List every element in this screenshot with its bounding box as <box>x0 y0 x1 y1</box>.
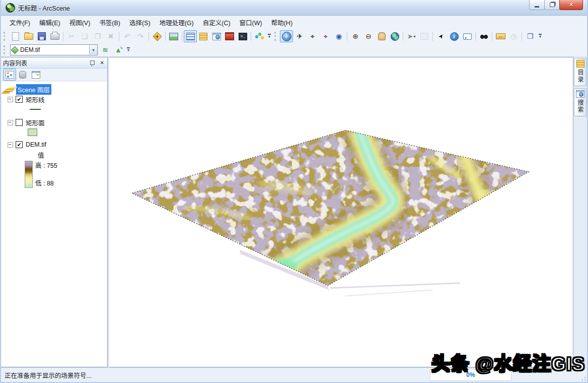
layer-combobox[interactable]: DEM.tif▾ <box>10 44 98 55</box>
scene-layers-icon <box>5 89 15 92</box>
create-steepest-path-button[interactable]: ▲ <box>112 44 125 56</box>
save-icon <box>38 32 46 40</box>
menu-item-3[interactable]: 书签(B) <box>95 16 125 29</box>
menu-item-2[interactable]: 视图(V) <box>65 16 95 29</box>
pan-icon <box>378 32 386 40</box>
list-by-drawing-order-button[interactable] <box>3 69 16 81</box>
toolbar-separator <box>182 32 182 41</box>
pan-button[interactable] <box>375 30 388 42</box>
search-window-button[interactable] <box>210 30 223 42</box>
menu-item-6[interactable]: 自定义(C) <box>198 16 235 29</box>
select-graphics-button[interactable]: ➤▾ <box>405 30 418 42</box>
select-graphics-dropdown[interactable]: ▾ <box>413 34 415 39</box>
full-extent-button[interactable] <box>388 30 401 42</box>
3d-scene-viewport[interactable] <box>109 57 573 367</box>
toolbar-grip[interactable] <box>4 45 8 54</box>
catalog-window-button[interactable] <box>197 30 210 42</box>
toolbar-separator <box>522 32 522 41</box>
new-document-button[interactable] <box>9 30 22 42</box>
collapse-icon[interactable] <box>8 142 13 148</box>
print-icon <box>50 33 59 40</box>
menu-item-4[interactable]: 选择(S) <box>125 16 155 29</box>
copy-button: ❏ <box>78 30 91 42</box>
layer-combobox-dropdown-button[interactable]: ▾ <box>89 45 97 54</box>
arctoolbox-button[interactable] <box>223 30 236 42</box>
menu-item-1[interactable]: 编辑(E) <box>35 16 65 29</box>
save-button[interactable] <box>35 30 48 42</box>
toolbar-separator <box>149 32 149 41</box>
menu-item-8[interactable]: 帮助(H) <box>267 16 297 29</box>
zoom-to-target-button[interactable]: ⌖ <box>319 30 332 42</box>
set-observer-button[interactable]: ◉ <box>332 30 345 42</box>
open-folder-icon <box>24 33 33 40</box>
pin-icon[interactable] <box>90 60 95 65</box>
zoom-to-target-icon: ⌖ <box>324 33 328 40</box>
add-data-button[interactable] <box>151 30 164 42</box>
viewer-manager-cube-button[interactable]: ❒ <box>524 30 537 42</box>
collapse-icon[interactable] <box>8 97 13 102</box>
viewer-manager-cube-icon: ❒ <box>527 33 534 40</box>
identify-button[interactable]: i <box>448 30 461 42</box>
zoom-out-button[interactable]: ⊖ <box>362 30 375 42</box>
title-bar: 无标题 - ArcScene ✕ <box>1 0 587 16</box>
set-observer-target-button[interactable]: ⌖ <box>306 30 319 42</box>
toc-title: 内容列表 <box>3 58 27 67</box>
toc-close-icon[interactable]: ✕ <box>99 60 105 66</box>
time-slider-icon: ◷ <box>510 33 517 40</box>
arcscene-app-icon <box>6 3 15 13</box>
line-symbol[interactable] <box>30 109 41 110</box>
toolbar-grip[interactable] <box>274 32 278 41</box>
python-window-button[interactable]: >_ <box>236 30 249 42</box>
menu-item-0[interactable]: 文件(F) <box>5 16 35 29</box>
fill-symbol[interactable] <box>28 129 37 136</box>
minimize-button[interactable] <box>529 0 545 10</box>
navigate-button[interactable]: ✛ <box>280 30 293 42</box>
list-by-visibility-button[interactable] <box>29 69 42 81</box>
redo-icon: ↷ <box>137 33 143 40</box>
rect-line-checkbox[interactable]: ✔ <box>16 96 23 103</box>
fly-button[interactable]: ✈ <box>293 30 306 42</box>
print-button[interactable] <box>48 30 61 42</box>
layer-node-dem[interactable]: ✔ DEM.tif <box>2 140 107 150</box>
scene-layers-node[interactable]: Scene 图层 <box>2 84 107 94</box>
toolbar-overflow-button[interactable]: ▾ <box>539 34 542 39</box>
select-elements-button[interactable]: ➤ <box>434 30 448 42</box>
open-folder-button[interactable] <box>22 30 35 42</box>
toolbar-overflow-button[interactable]: ▾ <box>268 34 271 39</box>
viewer-window-button[interactable] <box>167 30 180 42</box>
menu-item-7[interactable]: 窗口(W) <box>235 16 267 29</box>
toolbar-grip[interactable] <box>4 32 8 41</box>
3d-analyst-toolbar: DEM.tif▾≋▲▾ <box>1 43 587 57</box>
dem-checkbox[interactable]: ✔ <box>16 141 23 148</box>
restore-button[interactable] <box>544 0 560 10</box>
cut-icon: ✂ <box>68 33 75 40</box>
measure-icon: ↔ <box>496 33 505 39</box>
toolbar-overflow-button[interactable]: ▾ <box>127 47 130 52</box>
measure-button[interactable]: ↔ <box>494 30 507 42</box>
collapse-icon[interactable] <box>8 120 13 125</box>
list-by-source-button[interactable] <box>16 69 29 81</box>
html-popup-button[interactable] <box>461 30 474 42</box>
clear-selected-graphics-icon <box>420 33 428 40</box>
layer-node-rect-line[interactable]: ✔ 矩形线 <box>2 94 107 104</box>
dem-value-field: 值 <box>38 150 44 160</box>
catalog-tab[interactable]: 目录 <box>574 58 586 86</box>
layer-node-rect-poly[interactable]: 矩形面 <box>2 117 107 127</box>
modelbuilder-button[interactable] <box>253 30 266 42</box>
html-popup-icon <box>463 33 472 40</box>
table-of-contents-window-button[interactable] <box>184 30 197 42</box>
menu-item-5[interactable]: 地理处理(G) <box>155 16 198 29</box>
find-button[interactable] <box>477 30 490 42</box>
close-button[interactable]: ✕ <box>559 0 583 10</box>
status-message: 正在准备用于显示的场景符号... <box>1 370 430 380</box>
python-window-icon: >_ <box>239 33 247 40</box>
zoom-in-button[interactable]: ⊕ <box>349 30 362 42</box>
search-tab[interactable]: 搜索 <box>574 88 586 116</box>
table-of-contents-panel: 内容列表 ✕ Scene 图层 ✔ 矩形线 <box>1 57 108 367</box>
add-data-icon <box>153 32 162 41</box>
viewer-window-icon <box>169 33 178 40</box>
window-controls: ✕ <box>530 0 583 10</box>
create-contour-button[interactable]: ≋ <box>99 44 112 56</box>
rect-poly-checkbox[interactable] <box>16 119 23 126</box>
find-icon <box>480 33 488 40</box>
